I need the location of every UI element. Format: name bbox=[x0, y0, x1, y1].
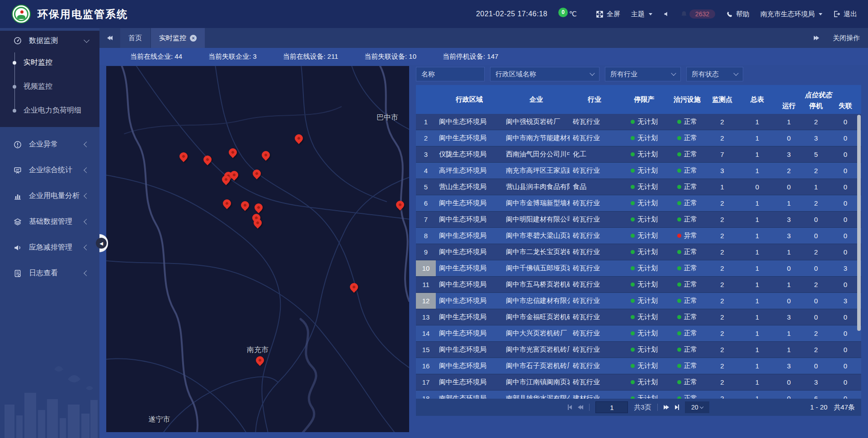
table-row[interactable]: 2阆中生态环境局阆中市南方节能建材有砖瓦行业无计划正常21030 bbox=[416, 130, 861, 146]
table-cell: 1 bbox=[739, 146, 775, 162]
sidebar-item-enterprise-abnormal[interactable]: 企业异常 bbox=[0, 132, 99, 157]
map-pane[interactable]: 巴中市南充市遂宁市 bbox=[106, 66, 409, 432]
table-cell: 2 bbox=[705, 391, 739, 399]
status-dot-icon bbox=[677, 201, 681, 205]
table-cell: 2 bbox=[705, 374, 739, 390]
table-cell: 2 bbox=[416, 130, 436, 146]
sound-mute-button[interactable] bbox=[663, 11, 670, 17]
table-header: 行政区域 企业 行业 停限产 治污设施 监测点 总表 点位状态 运行 停机 失联 bbox=[416, 85, 861, 114]
table-cell: 阆中大兴页岩机砖厂 bbox=[503, 325, 570, 341]
table-row[interactable]: 1阆中生态环境局阆中强锐页岩砖厂砖瓦行业无计划正常21120 bbox=[416, 114, 861, 130]
table-cell: 2 bbox=[705, 358, 739, 374]
table-cell: 1 bbox=[775, 195, 802, 211]
status-cell: 无计划 bbox=[619, 179, 669, 195]
tab-bar: 首页 实时监控 × 关闭操作 bbox=[99, 28, 868, 48]
first-page-button[interactable] bbox=[568, 405, 572, 410]
page-input[interactable]: 1 bbox=[595, 401, 628, 413]
prev-page-button[interactable] bbox=[578, 405, 583, 410]
table-row[interactable]: 16阆中生态环境局阆中市石子页岩机砖厂砖瓦行业无计划正常21300 bbox=[416, 358, 861, 374]
table-cell: 2 bbox=[802, 325, 830, 341]
table-cell: 阆中明阳建材有限公司 bbox=[503, 212, 570, 227]
status-cell: 无计划 bbox=[619, 358, 669, 374]
table-cell: 3 bbox=[775, 212, 802, 227]
table-cell: 2 bbox=[705, 195, 739, 211]
status-filter-select[interactable]: 所有状态 bbox=[686, 67, 743, 81]
table-row[interactable]: 4高坪生态环境局南充市高坪区王家店建砖瓦行业无计划正常31220 bbox=[416, 163, 861, 179]
table-cell: 9 bbox=[416, 244, 436, 260]
tabs-scroll-left-button[interactable] bbox=[99, 28, 120, 48]
table-cell: 阆中生态环境局 bbox=[436, 228, 503, 244]
sidebar-item-power-load-detail[interactable]: 企业电力负荷明细 bbox=[0, 99, 99, 122]
status-dot-icon bbox=[631, 266, 635, 270]
status-dot-icon bbox=[631, 120, 635, 124]
table-cell: 1 bbox=[775, 325, 802, 341]
close-tab-icon[interactable]: × bbox=[190, 35, 197, 42]
table-cell: 1 bbox=[775, 277, 802, 292]
status-cell: 无计划 bbox=[619, 391, 669, 399]
industry-filter-select[interactable]: 所有行业 bbox=[605, 67, 681, 81]
table-row[interactable]: 10阆中生态环境局阆中千佛镇五郎垭页岩砖瓦行业无计划正常21003 bbox=[416, 260, 861, 277]
status-cell: 无计划 bbox=[619, 277, 669, 292]
status-cell: 正常 bbox=[669, 195, 705, 211]
status-dot-icon bbox=[631, 299, 635, 303]
fullscreen-icon bbox=[596, 10, 604, 18]
org-dropdown[interactable]: 南充市生态环境局 bbox=[760, 10, 822, 19]
sidebar-item-log-view[interactable]: 日志查看 bbox=[0, 260, 99, 286]
close-operations-button[interactable]: 关闭操作 bbox=[833, 34, 860, 42]
table-cell: 营山县润丰肉食品有限 bbox=[503, 179, 570, 195]
table-scrollbar[interactable] bbox=[857, 115, 861, 331]
table-row[interactable]: 8阆中生态环境局阆中市枣碧大梁山页岩砖瓦行业无计划异常21300 bbox=[416, 228, 861, 244]
table-row[interactable]: 11阆中生态环境局阆中市五马桥页岩机砖砖瓦行业无计划正常21120 bbox=[416, 277, 861, 293]
table-row[interactable]: 9阆中生态环境局阆中市二龙长宝页岩砖砖瓦行业无计划正常21120 bbox=[416, 244, 861, 260]
tab-home[interactable]: 首页 bbox=[120, 28, 150, 48]
sidebar-item-emergency-reduction[interactable]: 应急减排管理 bbox=[0, 235, 99, 260]
status-cell: 正常 bbox=[669, 212, 705, 227]
table-row[interactable]: 7阆中生态环境局阆中明阳建材有限公司砖瓦行业无计划正常21300 bbox=[416, 212, 861, 228]
map-city-label: 巴中市 bbox=[377, 113, 398, 122]
table-cell: 砖瓦行业 bbox=[570, 195, 619, 211]
status-dot-icon bbox=[631, 250, 635, 254]
status-cell: 异常 bbox=[669, 228, 705, 244]
tabs-scroll-right-button[interactable] bbox=[814, 36, 819, 40]
sidebar-item-base-data[interactable]: 基础数据管理 bbox=[0, 209, 99, 235]
table-cell: 1 bbox=[739, 244, 775, 260]
sidebar-item-enterprise-statistics[interactable]: 企业综合统计 bbox=[0, 157, 99, 183]
table-row[interactable]: 12阆中生态环境局阆中市忠信建材有限公砖瓦行业无计划正常21003 bbox=[416, 293, 861, 309]
table-row[interactable]: 5营山生态环境局营山县润丰肉食品有限食品无计划正常10010 bbox=[416, 179, 861, 195]
region-filter-select[interactable]: 行政区域名称 bbox=[490, 67, 599, 81]
table-row[interactable]: 3仪陇生态环境局西南油气田分公司川中化工无计划正常71350 bbox=[416, 146, 861, 163]
status-cell: 无计划 bbox=[619, 374, 669, 390]
column-header-run: 运行 bbox=[775, 100, 802, 114]
last-page-button[interactable] bbox=[675, 405, 679, 410]
sidebar-item-data-monitoring[interactable]: 数据监测 bbox=[0, 31, 99, 51]
status-cell: 正常 bbox=[669, 309, 705, 325]
table-row[interactable]: 6阆中生态环境局阆中市金博瑞新型墙材砖瓦行业无计划正常21120 bbox=[416, 195, 861, 212]
table-cell: 阆中生态环境局 bbox=[436, 244, 503, 260]
table-cell: 3 bbox=[705, 163, 739, 179]
table-row[interactable]: 17阆中生态环境局阆中市江南镇阆南页岩砖瓦行业无计划正常21030 bbox=[416, 374, 861, 391]
theme-dropdown[interactable]: 主题 bbox=[631, 10, 652, 19]
status-dot-icon bbox=[677, 136, 681, 140]
help-button[interactable]: 帮助 bbox=[726, 10, 750, 19]
table-cell: 2 bbox=[802, 277, 830, 292]
table-row[interactable]: 13阆中生态环境局阆中市金福旺页岩机砖砖瓦行业无计划正常21300 bbox=[416, 309, 861, 325]
table-row[interactable]: 14阆中生态环境局阆中大兴页岩机砖厂砖瓦行业无计划正常21120 bbox=[416, 325, 861, 342]
page-size-select[interactable]: 20 bbox=[685, 401, 709, 413]
sidebar-item-power-analysis[interactable]: 企业用电量分析 bbox=[0, 183, 99, 209]
table-row[interactable]: 18南部生态环境局南部县雄华水泥有限公建材行业无计划正常21060 bbox=[416, 391, 861, 399]
fullscreen-button[interactable]: 全屏 bbox=[596, 10, 620, 19]
megaphone-icon bbox=[14, 244, 22, 252]
chevron-down-icon bbox=[590, 71, 594, 75]
sidebar-item-realtime-monitoring[interactable]: 实时监控 bbox=[0, 51, 99, 75]
pagination-range: 1 - 20 共47条 bbox=[810, 403, 855, 412]
sidebar-item-video-monitoring[interactable]: 视频监控 bbox=[0, 75, 99, 99]
column-header-lost: 失联 bbox=[830, 100, 861, 114]
table-cell: 阆中强锐页岩砖厂 bbox=[503, 114, 570, 130]
table-row[interactable]: 15阆中生态环境局阆中市光富页岩机砖厂砖瓦行业无计划正常21120 bbox=[416, 342, 861, 358]
notifications[interactable]: 2632 bbox=[680, 9, 715, 19]
next-page-button[interactable] bbox=[664, 405, 669, 410]
name-filter-input[interactable]: 名称 bbox=[416, 67, 485, 81]
tab-realtime-monitoring[interactable]: 实时监控 × bbox=[151, 28, 205, 48]
column-header-stop: 停机 bbox=[802, 100, 830, 114]
logout-button[interactable]: 退出 bbox=[833, 10, 857, 19]
